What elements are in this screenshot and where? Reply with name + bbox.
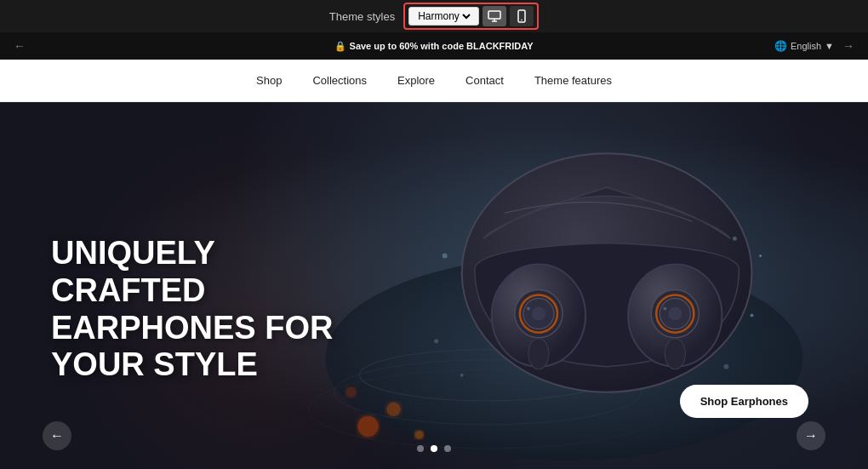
main-nav: Shop Collections Explore Contact Theme f… <box>0 60 868 102</box>
hero-text-block: UNIQUELY CRAFTED EARPHONES FOR YOUR STYL… <box>51 235 374 384</box>
svg-point-29 <box>733 237 737 241</box>
hero-dot-3[interactable] <box>444 445 451 452</box>
nav-item-contact[interactable]: Contact <box>465 74 504 87</box>
language-selector[interactable]: 🌐 English ▼ <box>774 40 834 52</box>
mobile-view-icon[interactable] <box>510 6 534 26</box>
nav-item-shop[interactable]: Shop <box>256 74 282 87</box>
announcement-text: 🔒 Save up to 60% with code BLACKFRIDAY <box>334 41 533 52</box>
svg-rect-0 <box>488 11 500 19</box>
svg-point-23 <box>668 307 682 321</box>
svg-point-19 <box>528 339 549 369</box>
toolbar-label: Theme styles <box>329 10 395 23</box>
toolbar: Theme styles Harmony Dark Light <box>0 0 868 32</box>
hero-dot-1[interactable] <box>417 445 424 452</box>
hero-section: UNIQUELY CRAFTED EARPHONES FOR YOUR STYL… <box>0 102 868 469</box>
svg-point-11 <box>345 387 356 398</box>
globe-icon: 🌐 <box>774 40 787 52</box>
shop-earphones-button[interactable]: Shop Earphones <box>680 385 808 418</box>
svg-point-34 <box>759 255 762 257</box>
svg-point-25 <box>665 339 685 369</box>
svg-point-4 <box>521 20 523 21</box>
svg-point-31 <box>434 339 438 343</box>
svg-point-32 <box>723 364 728 369</box>
hero-dots <box>417 445 451 452</box>
svg-point-28 <box>443 253 448 258</box>
desktop-view-icon[interactable] <box>483 6 506 26</box>
svg-point-9 <box>357 416 378 437</box>
theme-style-select[interactable]: Harmony Dark Light <box>414 9 473 23</box>
hero-dots-nav <box>0 445 868 452</box>
nav-item-collections[interactable]: Collections <box>312 74 367 87</box>
svg-point-17 <box>532 307 545 321</box>
svg-point-26 <box>527 307 530 311</box>
svg-point-30 <box>751 314 754 317</box>
nav-item-explore[interactable]: Explore <box>397 74 435 87</box>
hero-title: UNIQUELY CRAFTED EARPHONES FOR YOUR STYL… <box>51 235 374 384</box>
svg-point-33 <box>460 374 464 377</box>
svg-point-27 <box>663 307 666 311</box>
theme-style-dropdown[interactable]: Harmony Dark Light <box>408 7 479 26</box>
announcement-next-arrow[interactable]: → <box>842 39 854 53</box>
theme-styles-box: Harmony Dark Light <box>403 3 539 30</box>
announcement-prev-arrow[interactable]: ← <box>14 39 26 53</box>
nav-item-theme-features[interactable]: Theme features <box>534 74 612 87</box>
svg-point-10 <box>387 403 401 416</box>
announcement-bar: ← 🔒 Save up to 60% with code BLACKFRIDAY… <box>0 32 868 60</box>
hero-dot-2[interactable] <box>431 445 437 452</box>
svg-point-12 <box>415 431 424 439</box>
chevron-down-icon: ▼ <box>825 41 834 51</box>
